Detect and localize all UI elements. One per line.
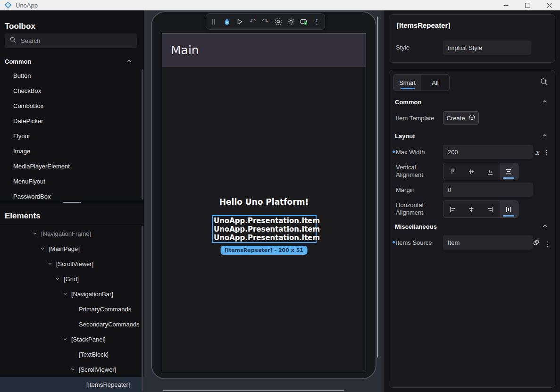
toolbox-item-menuflyout[interactable]: MenuFlyout	[0, 174, 144, 189]
chevron-up-icon[interactable]	[542, 132, 548, 140]
tab-underline	[401, 88, 415, 89]
chevron-down-icon[interactable]	[62, 291, 68, 298]
valign-stretch-button[interactable]	[500, 163, 518, 180]
tree-row-scrollviewer[interactable]: [ScrollViewer]	[0, 256, 144, 271]
play-icon[interactable]	[234, 17, 245, 27]
elements-title: Elements	[5, 211, 41, 221]
style-input[interactable]	[443, 41, 531, 55]
create-template-button[interactable]: Create	[443, 111, 479, 125]
status-check-icon[interactable]	[299, 17, 309, 27]
chevron-down-icon[interactable]	[47, 261, 53, 268]
valign-top-button[interactable]	[443, 163, 462, 180]
tree-row-stackpanel[interactable]: [StackPanel]	[0, 332, 144, 347]
toolbox-item-combobox[interactable]: ComboBox	[0, 99, 144, 114]
canvas-vertical-scrollbar[interactable]	[377, 17, 378, 358]
toolbox-section-common[interactable]: Common	[5, 58, 133, 66]
toolbox-item-flyout[interactable]: Flyout	[0, 129, 144, 144]
expression-icon[interactable]: x	[535, 148, 539, 157]
toolbox-item-checkbox[interactable]: CheckBox	[0, 83, 144, 99]
uno-logo	[4, 1, 12, 9]
section-layout[interactable]: Layout	[395, 132, 548, 140]
close-button[interactable]	[538, 0, 560, 10]
valign-bottom-button[interactable]	[481, 163, 500, 180]
tree-row-navigationframe[interactable]: [NavigationFrame]	[0, 226, 144, 241]
toolbox-search[interactable]	[5, 33, 137, 48]
chevron-down-icon[interactable]	[55, 276, 60, 283]
margin-input[interactable]	[443, 183, 533, 197]
canvas-horizontal-scrollbar[interactable]	[163, 390, 344, 391]
page-title: Main	[171, 43, 199, 57]
more-options-icon[interactable]: ⋮	[544, 241, 551, 247]
properties-search-icon[interactable]	[540, 77, 548, 88]
halign-right-button[interactable]	[481, 201, 500, 217]
selection-size-badge: [ItemsRepeater] - 200 x 51	[220, 246, 308, 255]
chevron-down-icon[interactable]	[32, 231, 38, 238]
elements-scrollbar[interactable]	[142, 226, 143, 391]
tab-all[interactable]: All	[421, 75, 449, 91]
redo-icon[interactable]: ↷	[260, 17, 270, 27]
halign-center-button[interactable]	[462, 201, 481, 217]
undo-icon[interactable]: ↶	[247, 17, 258, 27]
hot-reload-flame-icon[interactable]	[222, 17, 232, 27]
binding-icon[interactable]	[532, 239, 540, 249]
section-common[interactable]: Common	[395, 98, 548, 106]
repeater-item[interactable]: UnoApp.Presentation.Item	[214, 234, 316, 242]
device-frame: Main Hello Uno Platform! UnoApp.Presenta…	[151, 11, 376, 379]
style-label: Style	[396, 44, 410, 51]
tab-smart[interactable]: Smart	[393, 75, 421, 91]
toolbox-item-mediaplayerelement[interactable]: MediaPlayerElement	[0, 159, 144, 174]
toolbox-title: Toolbox	[5, 22, 35, 31]
tree-row-secondarycommands[interactable]: SecondaryCommands	[0, 317, 144, 332]
max-width-label: Max Width	[396, 149, 425, 156]
halign-stretch-button[interactable]	[500, 201, 518, 217]
max-width-input[interactable]	[443, 145, 533, 159]
chevron-down-icon[interactable]	[40, 246, 45, 253]
panel-splitter[interactable]	[0, 200, 144, 204]
section-miscellaneous[interactable]: Miscellaneous	[395, 223, 548, 231]
toolbox-scrollbar[interactable]	[142, 69, 143, 200]
properties-panel: [ItemsRepeater] Style Smart All Common	[384, 10, 560, 392]
repeater-item[interactable]: UnoApp.Presentation.Item	[214, 217, 316, 225]
title-bar: UnoApp	[0, 0, 560, 10]
tree-row-itemsrepeater[interactable]: [ItemsRepeater]	[0, 377, 144, 392]
drag-handle-icon[interactable]	[209, 17, 219, 27]
toolbox-item-button[interactable]: Button	[0, 68, 144, 83]
elements-tree: [NavigationFrame] [MainPage] [ScrollView…	[0, 226, 144, 392]
chevron-down-icon[interactable]	[62, 336, 68, 343]
toolbox-search-input[interactable]	[21, 37, 125, 44]
hello-text[interactable]: Hello Uno Platform!	[162, 197, 366, 207]
minimize-button[interactable]	[495, 0, 517, 10]
theme-toggle-icon[interactable]	[286, 17, 296, 27]
toolbox-item-datepicker[interactable]: DatePicker	[0, 114, 144, 129]
halign-left-button[interactable]	[443, 201, 462, 217]
repeater-item[interactable]: UnoApp.Presentation.Item	[214, 225, 316, 234]
chevron-down-icon[interactable]	[70, 367, 75, 374]
plus-circle-icon	[468, 114, 476, 122]
designer-toolbar: ↶ ↷ ⋮	[206, 13, 325, 30]
items-source-input[interactable]	[443, 235, 533, 250]
chevron-up-icon[interactable]	[542, 223, 548, 231]
properties-card: Smart All Common Item Template Create	[389, 70, 555, 388]
app-screen[interactable]: Main Hello Uno Platform! UnoApp.Presenta…	[162, 33, 366, 372]
item-template-label: Item Template	[396, 115, 434, 122]
design-canvas[interactable]: Main Hello Uno Platform! UnoApp.Presenta…	[144, 10, 384, 392]
tree-row-scrollviewer-2[interactable]: [ScrollViewer]	[0, 362, 144, 377]
vertical-alignment-group	[443, 163, 518, 180]
navigation-bar[interactable]: Main	[162, 33, 366, 67]
more-options-icon[interactable]: ⋮	[312, 17, 322, 27]
more-options-icon[interactable]: ⋮	[543, 149, 550, 156]
valign-center-button[interactable]	[462, 163, 481, 180]
toolbox-item-image[interactable]: Image	[0, 144, 144, 159]
tree-row-grid[interactable]: [Grid]	[0, 271, 144, 286]
itemsrepeater-selection[interactable]: UnoApp.Presentation.Item UnoApp.Presenta…	[212, 215, 317, 243]
tree-row-primarycommands[interactable]: PrimaryCommands	[0, 301, 144, 317]
tree-row-navigationbar[interactable]: [NavigationBar]	[0, 286, 144, 301]
maximize-button[interactable]	[517, 0, 538, 10]
tree-row-mainpage[interactable]: [MainPage]	[0, 241, 144, 256]
horizontal-alignment-label: Horizontal Alignment	[396, 201, 434, 217]
inspect-element-icon[interactable]	[273, 17, 284, 27]
chevron-up-icon[interactable]	[542, 98, 548, 106]
tree-row-textblock[interactable]: [TextBlock]	[0, 347, 144, 362]
chevron-up-icon[interactable]	[126, 58, 133, 66]
left-sidebar: Toolbox Common Button CheckBox ComboBox …	[0, 10, 144, 392]
